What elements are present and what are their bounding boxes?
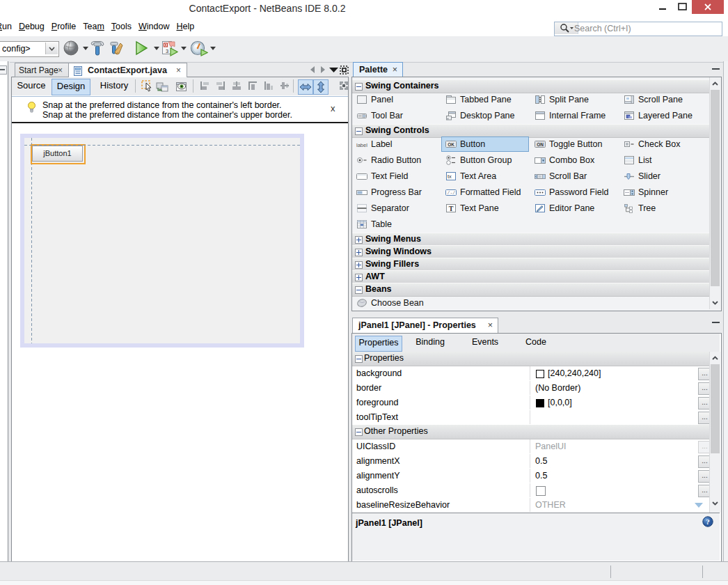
palette-item-tool-bar[interactable]: Tool Bar (356, 108, 440, 124)
property-row-alignmentY[interactable]: alignmentY0.5... (352, 469, 709, 484)
globe-toolbar-button[interactable] (63, 40, 81, 58)
window-close-button[interactable] (692, 0, 724, 14)
collapse-icon[interactable] (355, 286, 363, 294)
run-toolbar-button[interactable] (134, 40, 152, 58)
form-jpanel[interactable]: jButton1 (20, 134, 304, 348)
palette-item-separator[interactable]: Separator (356, 201, 440, 217)
palette-item-radio-button[interactable]: Radio Button (356, 153, 440, 169)
palette-section-swing-menus[interactable]: Swing Menus (352, 233, 709, 247)
properties-scrollbar-thumb[interactable] (711, 364, 720, 453)
palette-section-swing-controls[interactable]: Swing Controls (352, 124, 709, 138)
center-vertical-icon[interactable] (279, 80, 292, 93)
palette-item-combo-box[interactable]: Combo Box (535, 153, 618, 169)
property-row-autoscrolls[interactable]: autoscrolls... (352, 483, 709, 499)
tab-contactexport-java-close-icon[interactable]: × (176, 65, 181, 75)
hint-close-icon[interactable]: x (331, 103, 335, 114)
palette-item-tabbed-pane[interactable]: Tabbed Pane (445, 92, 529, 108)
properties-scroll-down-icon[interactable] (711, 499, 719, 507)
align-left-icon[interactable] (199, 80, 212, 93)
properties-tab-properties[interactable]: Properties (355, 336, 402, 352)
value-dropdown-icon[interactable] (695, 503, 703, 508)
palette-item-tree[interactable]: Tree (624, 201, 707, 217)
center-horizontal-icon[interactable] (231, 80, 244, 93)
palette-item-label[interactable]: labelLabel (356, 136, 440, 153)
menu-profile[interactable]: Profile (52, 17, 76, 31)
properties-section-properties[interactable]: Properties (352, 352, 709, 366)
property-row-background[interactable]: background[240,240,240]... (352, 366, 709, 382)
menu-tools[interactable]: Tools (111, 17, 132, 31)
palette-item-desktop-pane[interactable]: Desktop Pane (445, 108, 529, 124)
debug-toolbar-button[interactable]: 3 (161, 40, 179, 58)
menu-run[interactable]: Run (0, 17, 12, 31)
maximize-window-icon[interactable] (340, 65, 349, 75)
palette-item-list[interactable]: List (624, 153, 707, 169)
property-row-border[interactable]: border(No Border)... (352, 381, 709, 396)
properties-tab-binding[interactable]: Binding (412, 336, 448, 350)
palette-item-table[interactable]: Table (356, 217, 440, 233)
palette-scrollbar-thumb[interactable] (711, 90, 720, 286)
align-bottom-left-icon[interactable] (263, 80, 276, 93)
properties-minimize-icon[interactable] (711, 318, 721, 327)
config-combobox[interactable]: config> (0, 41, 59, 57)
properties-tab-events[interactable]: Events (469, 336, 501, 350)
palette-scrollbar[interactable] (709, 77, 720, 309)
properties-tab[interactable]: jPanel1 [JPanel] - Properties × (352, 318, 498, 333)
palette-item-choose-bean[interactable]: Choose Bean (356, 295, 440, 309)
palette-minimize-icon[interactable] (711, 65, 721, 74)
search-box[interactable]: Search (Ctrl+I) (554, 22, 722, 36)
tab-start-page-close-icon[interactable]: × (58, 65, 63, 75)
palette-item-layered-pane[interactable]: Layered Pane (624, 108, 707, 124)
design-canvas[interactable]: jButton1 (12, 125, 348, 561)
help-icon[interactable]: ? (702, 516, 713, 527)
properties-tab-close-icon[interactable]: × (488, 320, 493, 330)
tab-contactexport-java[interactable]: ContactExport.java × (68, 63, 187, 78)
palette-item-progress-bar[interactable]: Progress Bar (356, 185, 440, 201)
build-hammer-toolbar-button[interactable] (89, 40, 107, 58)
collapse-icon[interactable] (355, 127, 363, 135)
align-top-left-icon[interactable] (247, 80, 260, 93)
view-source-button[interactable]: Source (13, 79, 49, 94)
collapse-icon[interactable] (355, 355, 363, 363)
palette-section-swing-containers[interactable]: Swing Containers (352, 79, 709, 93)
palette-item-text-pane[interactable]: TText Pane (445, 201, 529, 217)
config-combobox-arrow[interactable] (45, 42, 58, 54)
palette-section-beans[interactable]: Beans (352, 283, 709, 297)
palette-item-text-field[interactable]: Text Field (356, 169, 440, 185)
dropdown-arrow-icon[interactable] (154, 47, 159, 50)
properties-section-other-properties[interactable]: Other Properties (352, 425, 709, 439)
align-right-icon[interactable] (215, 80, 228, 93)
palette-item-button-group[interactable]: Button Group (445, 153, 529, 169)
tab-start-page[interactable]: Start Page × (15, 63, 69, 77)
expand-icon[interactable] (355, 249, 363, 256)
palette-item-slider[interactable]: Slider (624, 169, 707, 185)
dropdown-arrow-icon[interactable] (210, 47, 216, 50)
jbutton1[interactable]: jButton1 (32, 146, 83, 162)
property-row-alignmentX[interactable]: alignmentX0.5... (352, 454, 709, 469)
window-minimize-button[interactable] (653, 0, 672, 14)
preview-design-icon[interactable] (175, 80, 188, 93)
autoscrolls-checkbox[interactable] (536, 486, 546, 496)
auto-resize-vertical-icon[interactable] (313, 79, 329, 95)
palette-item-password-field[interactable]: Password Field (535, 185, 618, 201)
tab-scroll-left-icon[interactable] (309, 65, 316, 74)
view-history-button[interactable]: History (95, 79, 134, 94)
view-design-button[interactable]: Design (52, 79, 90, 95)
palette-item-check-box[interactable]: Check Box (624, 136, 707, 153)
auto-resize-horizontal-icon[interactable] (298, 79, 313, 95)
expand-icon[interactable] (355, 261, 363, 269)
left-strip-minimize-icon[interactable] (0, 65, 7, 75)
window-maximize-button[interactable] (672, 0, 692, 14)
palette-item-split-pane[interactable]: Split Pane (535, 92, 618, 108)
properties-scroll-up-icon[interactable] (711, 354, 719, 362)
palette-item-toggle-button[interactable]: ONToggle Button (535, 136, 618, 153)
palette-item-editor-pane[interactable]: Editor Pane (535, 201, 618, 217)
tab-list-dropdown-icon[interactable] (329, 68, 338, 73)
selection-mode-icon[interactable] (141, 80, 154, 93)
palette-tab-close-icon[interactable]: × (393, 65, 397, 75)
palette-item-button[interactable]: OKButton (445, 136, 529, 153)
menu-team[interactable]: Team (83, 17, 104, 31)
profile-toolbar-button[interactable] (190, 40, 208, 58)
expand-icon[interactable] (355, 236, 363, 244)
palette-item-scroll-pane[interactable]: Scroll Pane (624, 92, 707, 108)
clean-build-toolbar-button[interactable] (109, 40, 127, 58)
